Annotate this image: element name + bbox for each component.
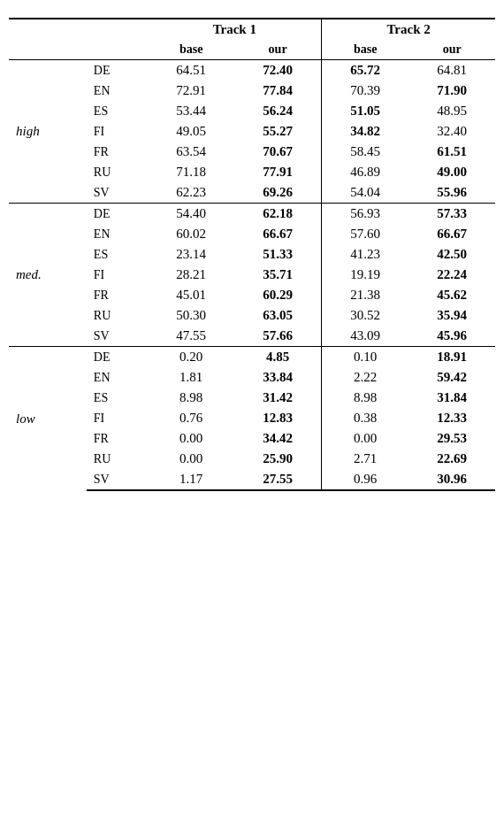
lang-label: FI — [87, 408, 149, 428]
track2-base-value: 8.98 — [322, 388, 409, 408]
track2-our-value: 59.42 — [409, 367, 495, 388]
track2-our-value: 49.00 — [409, 162, 495, 182]
t1-base-header: base — [148, 40, 234, 60]
lang-label: FR — [87, 285, 149, 305]
track1-our-value: 12.83 — [234, 408, 322, 428]
lang-label: RU — [87, 305, 149, 326]
track2-our-value: 31.84 — [409, 388, 495, 408]
track1-base-value: 1.81 — [148, 367, 234, 388]
track2-base-value: 54.04 — [322, 182, 409, 204]
empty-subheader — [9, 40, 148, 60]
lang-label: SV — [87, 326, 149, 347]
track2-base-value: 46.89 — [322, 162, 409, 182]
lang-label: ES — [87, 388, 149, 408]
lang-label: ES — [87, 101, 149, 121]
track1-our-value: 25.90 — [234, 449, 322, 469]
track1-our-value: 62.18 — [234, 204, 322, 225]
track2-our-value: 45.62 — [409, 285, 495, 305]
track1-our-value: 33.84 — [234, 367, 322, 388]
track2-our-value: 64.81 — [409, 60, 495, 81]
track2-our-value: 32.40 — [409, 121, 495, 142]
track2-our-value: 35.94 — [409, 305, 495, 326]
track2-our-value: 57.33 — [409, 204, 495, 225]
header-row-sub: base our base our — [9, 40, 495, 60]
track1-base-value: 72.91 — [148, 81, 234, 101]
lang-label: EN — [87, 367, 149, 388]
lang-label: EN — [87, 81, 149, 101]
track2-base-value: 0.96 — [322, 469, 409, 490]
track1-our-value: 72.40 — [234, 60, 322, 81]
track2-base-value: 70.39 — [322, 81, 409, 101]
track2-our-value: 30.96 — [409, 469, 495, 490]
track1-base-value: 50.30 — [148, 305, 234, 326]
track2-our-value: 22.24 — [409, 265, 495, 285]
lang-label: DE — [87, 60, 149, 81]
track2-our-value: 66.67 — [409, 224, 495, 244]
track2-base-value: 43.09 — [322, 326, 409, 347]
empty-header — [9, 19, 148, 40]
track1-base-value: 0.00 — [148, 449, 234, 469]
track1-our-value: 27.55 — [234, 469, 322, 490]
track2-base-value: 56.93 — [322, 204, 409, 225]
table-row: lowDE0.204.850.1018.91 — [9, 347, 495, 368]
t2-base-header: base — [322, 40, 409, 60]
group-label: low — [9, 347, 87, 491]
track1-base-value: 60.02 — [148, 224, 234, 244]
track1-base-value: 54.40 — [148, 204, 234, 225]
lang-label: FR — [87, 142, 149, 162]
track1-our-value: 55.27 — [234, 121, 322, 142]
track1-our-value: 34.42 — [234, 428, 322, 449]
track2-base-value: 0.38 — [322, 408, 409, 428]
lang-label: RU — [87, 162, 149, 182]
track2-base-value: 19.19 — [322, 265, 409, 285]
track2-base-value: 34.82 — [322, 121, 409, 142]
track2-our-value: 61.51 — [409, 142, 495, 162]
lang-label: ES — [87, 244, 149, 265]
lang-label: DE — [87, 347, 149, 368]
header-row-tracks: Track 1 Track 2 — [9, 19, 495, 40]
table-row: med.DE54.4062.1856.9357.33 — [9, 204, 495, 225]
track1-base-value: 0.20 — [148, 347, 234, 368]
track1-base-value: 28.21 — [148, 265, 234, 285]
track1-our-value: 4.85 — [234, 347, 322, 368]
t2-our-header: our — [409, 40, 495, 60]
track2-our-value: 18.91 — [409, 347, 495, 368]
track2-base-value: 21.38 — [322, 285, 409, 305]
track1-base-value: 49.05 — [148, 121, 234, 142]
track1-base-value: 62.23 — [148, 182, 234, 204]
table-row: highDE64.5172.4065.7264.81 — [9, 60, 495, 81]
track2-our-value: 42.50 — [409, 244, 495, 265]
track1-base-value: 53.44 — [148, 101, 234, 121]
track1-base-value: 47.55 — [148, 326, 234, 347]
track1-base-value: 64.51 — [148, 60, 234, 81]
track1-header: Track 1 — [148, 19, 321, 40]
table-container: Track 1 Track 2 base our base our highDE… — [9, 18, 495, 491]
lang-label: SV — [87, 469, 149, 490]
lang-label: FR — [87, 428, 149, 449]
lang-label: FI — [87, 121, 149, 142]
track2-header: Track 2 — [322, 19, 495, 40]
t1-our-header: our — [234, 40, 322, 60]
group-label: med. — [9, 204, 87, 347]
track1-base-value: 71.18 — [148, 162, 234, 182]
track1-our-value: 51.33 — [234, 244, 322, 265]
track2-our-value: 55.96 — [409, 182, 495, 204]
track1-our-value: 69.26 — [234, 182, 322, 204]
track2-base-value: 30.52 — [322, 305, 409, 326]
track1-base-value: 0.00 — [148, 428, 234, 449]
track1-base-value: 23.14 — [148, 244, 234, 265]
track2-base-value: 65.72 — [322, 60, 409, 81]
track1-our-value: 77.84 — [234, 81, 322, 101]
track2-base-value: 2.22 — [322, 367, 409, 388]
track2-base-value: 2.71 — [322, 449, 409, 469]
track2-base-value: 0.10 — [322, 347, 409, 368]
lang-label: FI — [87, 265, 149, 285]
track2-our-value: 48.95 — [409, 101, 495, 121]
track2-base-value: 51.05 — [322, 101, 409, 121]
track1-our-value: 66.67 — [234, 224, 322, 244]
group-label: high — [9, 60, 87, 204]
track1-our-value: 57.66 — [234, 326, 322, 347]
track2-our-value: 12.33 — [409, 408, 495, 428]
track1-our-value: 35.71 — [234, 265, 322, 285]
track2-base-value: 58.45 — [322, 142, 409, 162]
